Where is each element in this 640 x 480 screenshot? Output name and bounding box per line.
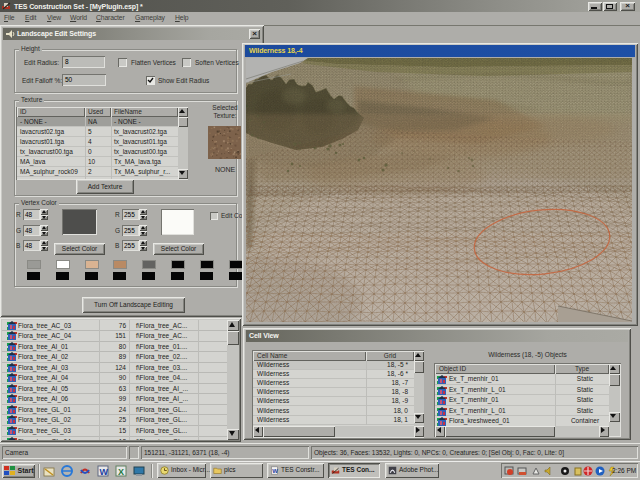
svg-text:X: X: [118, 467, 124, 477]
svg-text:W: W: [272, 468, 278, 474]
svg-text:W: W: [100, 467, 109, 477]
